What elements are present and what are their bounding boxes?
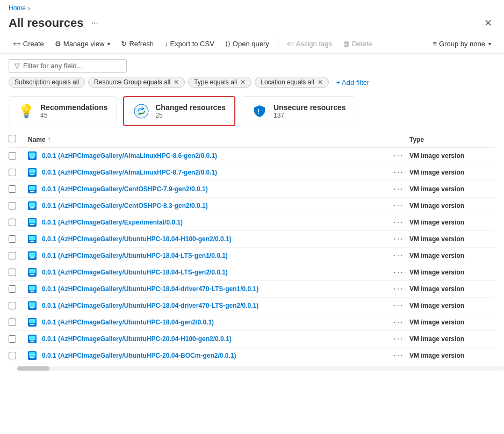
filter-tag-close-location[interactable]: ✕ <box>318 78 323 86</box>
resource-link[interactable]: 0.0.1 (AzHPCImageGallery/AlmaLinuxHPC-8.… <box>42 152 217 160</box>
col-name-header[interactable]: Name ↑ <box>28 136 388 143</box>
vm-image-icon <box>28 318 37 327</box>
row-menu-btn[interactable]: ··· <box>388 334 409 344</box>
vm-image-icon <box>28 268 37 277</box>
row-menu-btn[interactable]: ··· <box>388 317 409 327</box>
filter-placeholder: Filter for any field... <box>23 62 83 70</box>
changed-icon <box>133 103 150 120</box>
filter-tag-close-type[interactable]: ✕ <box>240 78 246 86</box>
resource-link[interactable]: 0.0.1 (AzHPCImageGallery/UbuntuHPC-18.04… <box>42 269 228 276</box>
row-checkbox[interactable] <box>9 202 16 209</box>
manage-view-button[interactable]: ⚙ Manage view ▾ <box>51 38 115 50</box>
row-checkbox[interactable] <box>9 152 16 160</box>
row-menu-btn[interactable]: ··· <box>388 251 409 261</box>
row-menu-btn[interactable]: ··· <box>388 301 409 310</box>
row-checkbox[interactable] <box>9 302 16 309</box>
row-menu-btn[interactable]: ··· <box>388 267 409 277</box>
row-checkbox[interactable] <box>9 285 16 293</box>
col-type-header[interactable]: Type <box>409 136 495 143</box>
filter-input[interactable]: ▽ Filter for any field... <box>9 59 127 73</box>
resource-link[interactable]: 0.0.1 (AzHPCImageGallery/UbuntuHPC-18.04… <box>42 302 258 309</box>
svg-rect-27 <box>30 274 34 275</box>
resource-link[interactable]: 0.0.1 (AzHPCImageGallery/CentOSHPC-7.9-g… <box>42 185 208 193</box>
vm-image-icon <box>28 301 37 310</box>
row-menu-btn[interactable]: ··· <box>388 351 409 360</box>
resource-link[interactable]: 0.0.1 (AzHPCImageGallery/Experimental/0.… <box>42 219 183 226</box>
row-checkbox[interactable] <box>9 185 16 193</box>
svg-rect-38 <box>29 336 35 340</box>
ellipsis-button[interactable]: ··· <box>88 17 101 29</box>
svg-rect-29 <box>29 286 35 290</box>
row-checkbox-col <box>9 269 28 276</box>
create-button[interactable]: + + Create <box>9 38 48 50</box>
h-scrollbar-thumb[interactable] <box>17 366 49 371</box>
row-checkbox[interactable] <box>9 235 16 243</box>
row-checkbox[interactable] <box>9 169 16 176</box>
resource-link[interactable]: 0.0.1 (AzHPCImageGallery/UbuntuHPC-18.04… <box>42 285 258 293</box>
row-checkbox[interactable] <box>9 352 16 359</box>
delete-button[interactable]: 🗑 Delete <box>339 38 377 50</box>
table-row: 0.0.1 (AzHPCImageGallery/UbuntuHPC-18.04… <box>9 264 495 281</box>
svg-rect-5 <box>29 153 35 157</box>
table-row: 0.0.1 (AzHPCImageGallery/UbuntuHPC-18.04… <box>9 298 495 314</box>
resource-link[interactable]: 0.0.1 (AzHPCImageGallery/UbuntuHPC-18.04… <box>42 319 214 326</box>
row-name-col: 0.0.1 (AzHPCImageGallery/AlmaLinuxHPC-8.… <box>28 168 388 177</box>
row-checkbox-col <box>9 219 28 226</box>
add-filter-button[interactable]: + Add filter <box>332 77 374 88</box>
row-checkbox[interactable] <box>9 219 16 226</box>
svg-rect-33 <box>30 307 34 308</box>
select-all-checkbox[interactable] <box>9 135 16 142</box>
row-type: VM image version <box>409 352 495 359</box>
open-query-button[interactable]: ⟨⟩ Open query <box>221 38 273 50</box>
row-menu-btn[interactable]: ··· <box>388 201 409 211</box>
row-checkbox[interactable] <box>9 252 16 259</box>
row-menu-btn[interactable]: ··· <box>388 284 409 294</box>
row-checkbox[interactable] <box>9 269 16 276</box>
create-label: + Create <box>17 40 44 48</box>
unsecure-count: 137 <box>273 112 346 119</box>
row-checkbox-col <box>9 152 28 160</box>
resource-link[interactable]: 0.0.1 (AzHPCImageGallery/UbuntuHPC-20.04… <box>42 335 232 343</box>
insight-card-recommendations[interactable]: 💡 Recommendations 45 <box>9 96 117 126</box>
resource-link[interactable]: 0.0.1 (AzHPCImageGallery/UbuntuHPC-18.04… <box>42 252 228 259</box>
close-button[interactable]: ✕ <box>481 16 495 30</box>
assign-tags-button[interactable]: 🏷 Assign tags <box>283 38 336 50</box>
refresh-icon: ↻ <box>121 40 127 48</box>
refresh-button[interactable]: ↻ Refresh <box>117 38 158 50</box>
horizontal-scrollbar[interactable] <box>17 366 504 371</box>
row-name-col: 0.0.1 (AzHPCImageGallery/UbuntuHPC-18.04… <box>28 318 388 327</box>
resource-link[interactable]: 0.0.1 (AzHPCImageGallery/AlmaLinuxHPC-8.… <box>42 169 217 176</box>
table-row: 0.0.1 (AzHPCImageGallery/UbuntuHPC-18.04… <box>9 248 495 264</box>
svg-rect-17 <box>29 219 35 223</box>
row-name-col: 0.0.1 (AzHPCImageGallery/AlmaLinuxHPC-8.… <box>28 151 388 160</box>
table-container: Name ↑ Type 0.0.1 (AzHPCImageGallery/Alm… <box>0 132 504 364</box>
row-menu-btn[interactable]: ··· <box>388 184 409 194</box>
table-row: 0.0.1 (AzHPCImageGallery/Experimental/0.… <box>9 214 495 231</box>
group-by-button[interactable]: ≡ Group by none ▾ <box>428 38 495 50</box>
row-menu-btn[interactable]: ··· <box>388 151 409 161</box>
row-checkbox-col <box>9 302 28 309</box>
breadcrumb-separator: › <box>28 5 30 11</box>
row-name-col: 0.0.1 (AzHPCImageGallery/UbuntuHPC-20.04… <box>28 335 388 343</box>
svg-rect-26 <box>29 269 35 273</box>
row-checkbox[interactable] <box>9 319 16 326</box>
table-header: Name ↑ Type <box>9 132 495 148</box>
vm-image-icon <box>28 185 37 193</box>
svg-rect-8 <box>29 169 35 173</box>
row-menu-btn[interactable]: ··· <box>388 168 409 177</box>
insight-card-changed[interactable]: Changed resources 25 <box>123 96 235 126</box>
breadcrumb-home[interactable]: Home <box>9 4 26 12</box>
page-header: All resources ··· ✕ <box>0 14 504 34</box>
resource-link[interactable]: 0.0.1 (AzHPCImageGallery/UbuntuHPC-18.04… <box>42 235 232 243</box>
delete-icon: 🗑 <box>343 40 350 48</box>
resource-link[interactable]: 0.0.1 (AzHPCImageGallery/UbuntuHPC-20.04… <box>42 352 236 359</box>
insight-card-unsecure[interactable]: ! Unsecure resources 137 <box>242 96 355 126</box>
filter-tag-close-resource-group[interactable]: ✕ <box>174 78 179 86</box>
export-csv-button[interactable]: ↓ Export to CSV <box>160 38 219 50</box>
resource-link[interactable]: 0.0.1 (AzHPCImageGallery/CentOSHPC-8.3-g… <box>42 202 208 209</box>
row-checkbox[interactable] <box>9 335 16 343</box>
row-type: VM image version <box>409 219 495 226</box>
row-checkbox-col <box>9 335 28 343</box>
row-menu-btn[interactable]: ··· <box>388 234 409 244</box>
row-menu-btn[interactable]: ··· <box>388 218 409 227</box>
